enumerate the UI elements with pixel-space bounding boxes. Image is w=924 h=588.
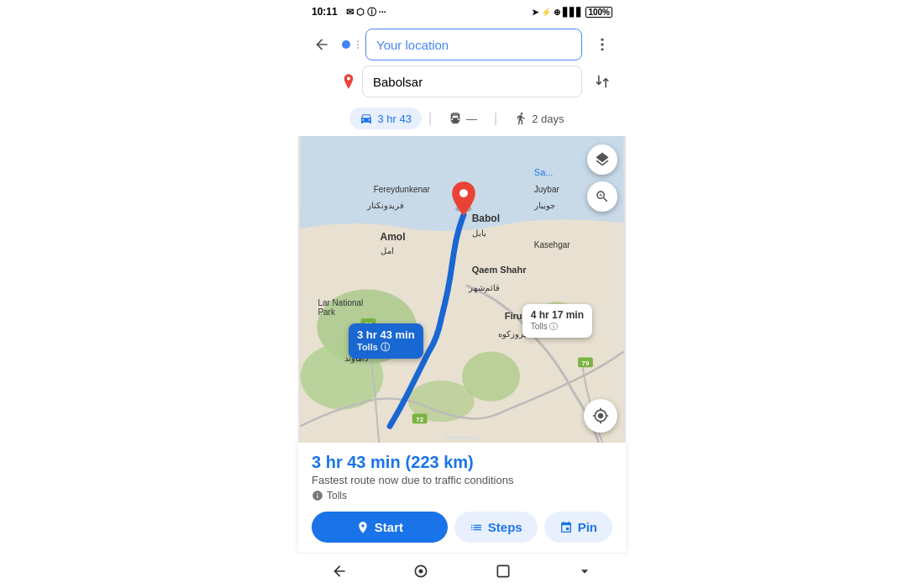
more-icon: ···	[379, 7, 386, 17]
swap-button[interactable]	[589, 68, 616, 95]
svg-text:72: 72	[416, 416, 423, 423]
status-right: ➤ ⚡ ⊕ ▋▋▋ 100%	[532, 7, 612, 18]
tab-car-label: 3 hr 43	[377, 113, 411, 125]
msg-icon: ✉	[346, 7, 354, 18]
tab-walk-label: 2 days	[532, 113, 564, 125]
svg-point-1	[601, 43, 603, 45]
route-time: 3 hr 43 min	[312, 453, 401, 472]
svg-point-11	[459, 189, 468, 197]
svg-point-2	[601, 48, 603, 50]
dest-text: Babolsar	[373, 75, 423, 89]
layers-button[interactable]	[587, 144, 617, 175]
tab-car[interactable]: 3 hr 43	[349, 108, 421, 129]
tab-transit-label: —	[466, 113, 477, 125]
start-button[interactable]: Start	[312, 512, 448, 543]
pin-button[interactable]: Pin	[544, 512, 612, 543]
steps-button[interactable]: Steps	[454, 512, 538, 543]
status-time: 10:11	[312, 6, 338, 18]
zoom-button[interactable]	[587, 181, 617, 212]
route-distance: (223 km)	[406, 453, 474, 472]
nav-menu[interactable]	[568, 554, 601, 588]
bluetooth-icon: ⚡	[541, 8, 551, 17]
callout-secondary-time: 4 hr 17 min	[531, 309, 584, 321]
callout-primary-detail: Tolls ⓘ	[357, 341, 415, 354]
status-bar: 10:11 ✉ ⬡ ⓘ ··· ➤ ⚡ ⊕ ▋▋▋ 100%	[298, 0, 626, 24]
nav-bar	[298, 553, 626, 588]
dest-pin	[342, 73, 355, 90]
phone-frame: 10:11 ✉ ⬡ ⓘ ··· ➤ ⚡ ⊕ ▋▋▋ 100%	[298, 0, 626, 588]
bottom-panel: 3 hr 43 min (223 km) Fastest route now d…	[298, 443, 626, 553]
tolls-row: Tolls	[312, 490, 612, 501]
dest-row: Babolsar	[308, 66, 616, 97]
steps-icon	[470, 521, 483, 534]
start-icon	[356, 521, 370, 534]
wifi-icon: ⊕	[554, 8, 560, 17]
pin-icon	[559, 521, 573, 534]
tab-walk[interactable]: 2 days	[504, 108, 574, 129]
callout-secondary[interactable]: 4 hr 17 min Tolls ⓘ	[522, 304, 592, 338]
toll-icon	[312, 490, 323, 501]
action-buttons: Start Steps Pin	[312, 512, 612, 543]
search-header: Your location Babolsar	[298, 24, 626, 102]
my-location-button[interactable]	[584, 399, 617, 433]
drag-handle	[445, 436, 479, 439]
tab-divider2: |	[494, 111, 497, 126]
signal-icon: ▋▋▋	[563, 8, 583, 17]
start-label: Start	[375, 520, 403, 534]
nav-back[interactable]	[323, 554, 356, 588]
nav-square[interactable]	[486, 554, 520, 588]
pin-label: Pin	[578, 520, 597, 534]
info-icon: ⓘ	[367, 6, 376, 18]
tab-transit[interactable]: —	[438, 108, 487, 129]
svg-point-19	[419, 569, 423, 573]
callout-primary-time: 3 hr 43 min	[357, 328, 415, 341]
map-container[interactable]: 22 79 72 Fereydunkenar فریدونکنار Amol ا…	[298, 136, 626, 443]
tab-divider1: |	[428, 111, 432, 126]
transport-tabs: 3 hr 43 | — | 2 days	[298, 102, 626, 136]
nav-home[interactable]	[404, 554, 438, 588]
status-icons: ✉ ⬡ ⓘ ···	[346, 6, 386, 18]
callout-primary[interactable]: 3 hr 43 min Tolls ⓘ	[349, 323, 423, 359]
svg-text:79: 79	[582, 360, 590, 367]
steps-label: Steps	[488, 520, 522, 534]
back-button[interactable]	[308, 31, 335, 58]
location-icon: ➤	[532, 8, 538, 17]
origin-row: Your location	[308, 29, 616, 60]
route-dots	[357, 37, 359, 52]
tolls-label: Tolls	[327, 490, 347, 501]
origin-input[interactable]: Your location	[365, 29, 582, 60]
more-button[interactable]	[589, 31, 616, 58]
svg-point-0	[601, 39, 603, 41]
svg-rect-20	[497, 565, 508, 576]
route-description: Fastest route now due to traffic conditi…	[312, 474, 612, 486]
callout-secondary-detail: Tolls ⓘ	[531, 321, 584, 333]
battery-icon: 100%	[585, 7, 612, 18]
origin-text: Your location	[376, 38, 449, 52]
nav-icon: ⬡	[356, 7, 365, 18]
origin-dot	[342, 40, 350, 49]
dest-input[interactable]: Babolsar	[362, 66, 582, 97]
